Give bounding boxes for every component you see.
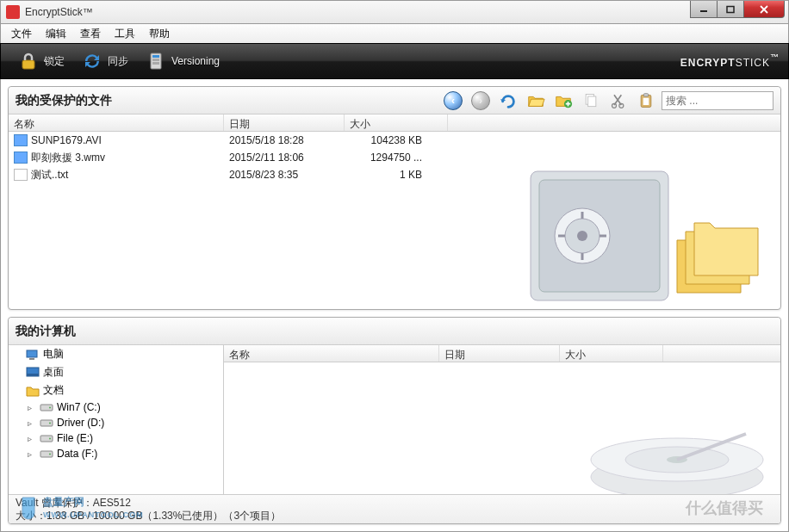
protected-column-header: 名称 日期 大小 — [9, 114, 780, 132]
watermark-left: 盘量产网 WWW.UPANTOOL.COM — [17, 496, 144, 522]
file-name: 测试..txt — [31, 168, 68, 182]
col-date[interactable]: 日期 — [224, 114, 345, 131]
svg-point-20 — [565, 219, 600, 253]
close-button[interactable] — [743, 1, 785, 18]
tree-item[interactable]: ▹File (E:) — [9, 430, 223, 446]
svg-rect-7 — [152, 59, 159, 61]
content-frame: 我的受保护的文件 ‹ › 名称 日期 大小 SUNP1679.AVI2015/5… — [0, 79, 789, 532]
protected-files-panel: 我的受保护的文件 ‹ › 名称 日期 大小 SUNP1679.AVI2015/5… — [8, 86, 781, 310]
my-computer-panel: 我的计算机 电脑桌面文档▹Win7 (C:)▹Driver (D:)▹File … — [8, 317, 781, 524]
file-size: 104238 KB — [345, 134, 448, 146]
new-folder-button[interactable] — [551, 90, 575, 112]
svg-rect-16 — [643, 97, 649, 104]
tree-label: Win7 (C:) — [57, 401, 101, 413]
hdd-illustration — [582, 399, 772, 503]
svg-rect-15 — [644, 93, 649, 96]
file-date: 2015/5/18 18:28 — [224, 134, 345, 146]
maximize-button[interactable] — [717, 1, 744, 18]
tree-label: Data (F:) — [57, 448, 97, 460]
lock-label: 锁定 — [44, 54, 65, 69]
tree-item[interactable]: 文档 — [9, 381, 223, 399]
svg-rect-17 — [531, 171, 668, 300]
sync-icon — [82, 51, 103, 71]
watermark-right: 什么值得买 — [686, 502, 763, 515]
main-toolbar: 锁定 同步 Versioning ENCRYPTSTICK™ — [0, 43, 789, 79]
menu-view[interactable]: 查看 — [73, 24, 108, 44]
tree-item[interactable]: ▹Win7 (C:) — [9, 399, 223, 415]
tree-label: 文档 — [43, 383, 64, 398]
tree-item[interactable]: ▹Data (F:) — [9, 446, 223, 461]
folder-icon — [26, 385, 40, 397]
file-size: 1 KB — [345, 169, 448, 181]
file-icon — [14, 169, 28, 181]
paste-button[interactable] — [634, 90, 658, 112]
col-size[interactable]: 大小 — [560, 345, 663, 362]
file-row[interactable]: 测试..txt2015/8/23 8:351 KB — [9, 166, 780, 183]
lock-button[interactable]: 锁定 — [9, 47, 73, 75]
svg-rect-1 — [727, 6, 734, 12]
drive-icon — [40, 401, 53, 413]
menu-help[interactable]: 帮助 — [142, 24, 177, 44]
computer-file-area: 名称 日期 大小 — [224, 345, 780, 494]
svg-rect-26 — [27, 350, 37, 357]
versioning-button[interactable]: Versioning — [137, 47, 228, 75]
file-row[interactable]: SUNP1679.AVI2015/5/18 18:28104238 KB — [9, 132, 780, 149]
col-size[interactable]: 大小 — [345, 114, 448, 131]
drive-icon — [40, 448, 53, 460]
lock-icon — [18, 51, 39, 71]
minimize-button[interactable] — [690, 1, 718, 18]
undo-button[interactable] — [496, 90, 520, 112]
computer-panel-header: 我的计算机 — [9, 318, 780, 345]
versioning-label: Versioning — [171, 55, 220, 67]
tree-item[interactable]: 电脑 — [9, 345, 223, 363]
search-input[interactable] — [662, 91, 773, 110]
svg-point-35 — [49, 438, 51, 440]
tree-item[interactable]: 桌面 — [9, 363, 223, 381]
tree-item[interactable]: ▹Driver (D:) — [9, 415, 223, 430]
status-bar: Vault 曾库保护：AES512 大小：1.33 GB / 100.00 GB… — [9, 494, 780, 523]
menubar: 文件 编辑 查看 工具 帮助 — [0, 24, 789, 43]
tree-label: 电脑 — [43, 347, 64, 362]
svg-rect-18 — [539, 180, 660, 292]
menu-tools[interactable]: 工具 — [108, 24, 142, 44]
copy-button[interactable] — [579, 90, 603, 112]
protected-panel-title: 我的受保护的文件 — [16, 93, 438, 108]
file-row[interactable]: 即刻救援 3.wmv2015/2/11 18:061294750 ... — [9, 149, 780, 166]
computer-panel-title: 我的计算机 — [16, 324, 773, 339]
titlebar: EncryptStick™ — [0, 0, 789, 24]
tree-label: File (E:) — [57, 432, 93, 444]
file-icon — [14, 134, 28, 146]
drive-icon — [40, 417, 53, 429]
svg-rect-4 — [22, 60, 34, 69]
computer-column-header: 名称 日期 大小 — [224, 345, 780, 362]
protected-file-list[interactable]: SUNP1679.AVI2015/5/18 18:28104238 KB即刻救援… — [9, 132, 780, 309]
nav-back-button[interactable]: ‹ — [441, 90, 465, 112]
pc-icon — [26, 349, 40, 361]
tree-caret-icon: ▹ — [28, 449, 36, 459]
svg-point-40 — [625, 447, 729, 473]
drive-icon — [40, 432, 53, 444]
svg-point-41 — [667, 456, 687, 463]
col-date[interactable]: 日期 — [439, 345, 560, 362]
file-date: 2015/8/23 8:35 — [224, 169, 345, 181]
svg-point-39 — [591, 438, 763, 481]
folder-tree[interactable]: 电脑桌面文档▹Win7 (C:)▹Driver (D:)▹File (E:)▹D… — [9, 345, 224, 494]
menu-edit[interactable]: 编辑 — [39, 24, 73, 44]
file-name: SUNP1679.AVI — [31, 134, 102, 146]
cut-button[interactable] — [606, 90, 631, 112]
svg-rect-27 — [29, 358, 34, 360]
svg-rect-29 — [27, 374, 39, 376]
col-name[interactable]: 名称 — [9, 114, 224, 131]
svg-point-31 — [49, 407, 51, 409]
sync-button[interactable]: 同步 — [73, 47, 137, 75]
menu-file[interactable]: 文件 — [4, 24, 39, 44]
desktop-icon — [26, 367, 40, 379]
window-title: EncryptStick™ — [25, 6, 788, 18]
col-name[interactable]: 名称 — [224, 345, 439, 362]
svg-point-38 — [591, 455, 763, 498]
svg-point-19 — [555, 208, 610, 263]
svg-point-21 — [577, 231, 587, 241]
server-icon — [146, 51, 166, 71]
open-folder-button[interactable] — [524, 90, 548, 112]
nav-forward-button[interactable]: › — [469, 90, 493, 112]
